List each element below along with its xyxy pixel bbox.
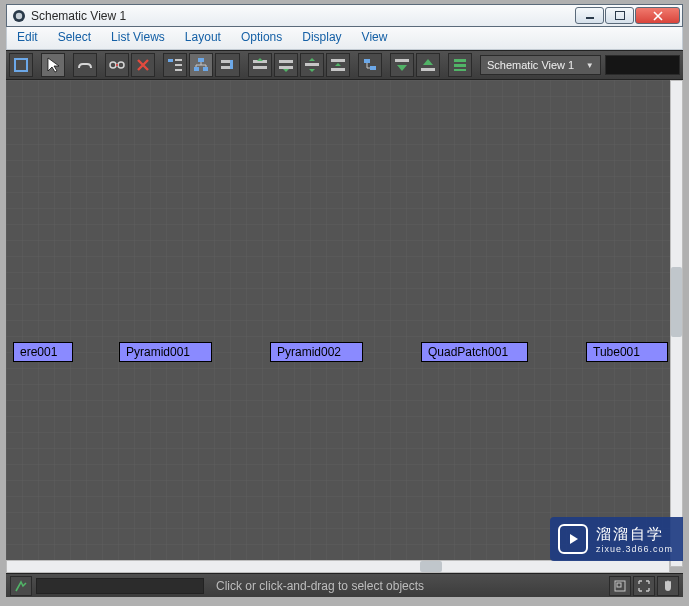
node-label: Tube001 <box>593 345 640 359</box>
hierarchy-mode-button[interactable] <box>189 53 213 77</box>
chevron-down-icon: ▼ <box>586 61 594 70</box>
node-label: Pyramid001 <box>126 345 190 359</box>
node-label: QuadPatch001 <box>428 345 508 359</box>
menu-layout[interactable]: Layout <box>175 27 231 49</box>
watermark-line1: 溜溜自学 <box>596 525 673 544</box>
menu-select[interactable]: Select <box>48 27 101 49</box>
arrange-selected-button[interactable] <box>274 53 298 77</box>
free-all-button[interactable] <box>300 53 324 77</box>
grid-background <box>6 80 670 567</box>
svg-rect-21 <box>279 66 293 69</box>
select-cursor-button[interactable] <box>41 53 65 77</box>
node-tube001[interactable]: Tube001 <box>586 342 668 362</box>
vertical-scrollbar[interactable] <box>670 80 683 567</box>
svg-rect-24 <box>331 68 345 71</box>
statusbar: Click or click-and-drag to select object… <box>6 573 683 597</box>
node-pyramid002[interactable]: Pyramid002 <box>270 342 363 362</box>
menu-display[interactable]: Display <box>292 27 351 49</box>
app-icon <box>11 8 27 24</box>
svg-rect-13 <box>194 67 199 71</box>
menubar: Edit Select List Views Layout Options Di… <box>6 27 683 50</box>
svg-point-5 <box>110 62 116 68</box>
watermark-line2: zixue.3d66.com <box>596 544 673 554</box>
svg-point-1 <box>16 12 22 18</box>
svg-rect-23 <box>331 59 345 62</box>
svg-rect-10 <box>175 64 182 66</box>
references-mode-button[interactable] <box>215 53 239 77</box>
hierarchy-left-button[interactable] <box>163 53 187 77</box>
svg-rect-22 <box>305 63 319 66</box>
toolbar: Schematic View 1 ▼ <box>6 50 683 80</box>
svg-rect-3 <box>615 12 624 20</box>
node-label: Pyramid002 <box>277 345 341 359</box>
svg-rect-12 <box>198 58 204 62</box>
schematic-view-selector-value: Schematic View 1 <box>487 59 574 71</box>
close-button[interactable] <box>635 7 680 24</box>
node-quadpatch001[interactable]: QuadPatch001 <box>421 342 528 362</box>
play-icon <box>558 524 588 554</box>
svg-rect-18 <box>253 66 267 69</box>
window-title: Schematic View 1 <box>31 9 575 23</box>
display-floater-button[interactable] <box>9 53 33 77</box>
connect-button[interactable] <box>73 53 97 77</box>
delete-button[interactable] <box>131 53 155 77</box>
zoom-extents-button[interactable] <box>633 576 655 596</box>
svg-rect-8 <box>168 59 173 62</box>
menu-view[interactable]: View <box>352 27 398 49</box>
svg-point-6 <box>118 62 124 68</box>
node-pyramid001[interactable]: Pyramid001 <box>119 342 212 362</box>
svg-rect-9 <box>175 59 182 61</box>
svg-rect-20 <box>279 60 293 63</box>
node-sphere001[interactable]: ere001 <box>13 342 73 362</box>
svg-rect-25 <box>364 59 370 63</box>
schematic-view-selector[interactable]: Schematic View 1 ▼ <box>480 55 601 75</box>
schematic-viewport[interactable]: ere001 Pyramid001 Pyramid002 QuadPatch00… <box>6 80 670 567</box>
vertical-scrollbar-thumb[interactable] <box>671 267 682 337</box>
watermark: 溜溜自学 zixue.3d66.com <box>550 517 683 561</box>
svg-rect-11 <box>175 69 182 71</box>
svg-rect-2 <box>586 17 594 19</box>
svg-rect-29 <box>454 59 466 62</box>
svg-rect-35 <box>617 583 621 587</box>
expand-button[interactable] <box>390 53 414 77</box>
node-label: ere001 <box>20 345 57 359</box>
svg-rect-30 <box>454 64 466 67</box>
svg-rect-33 <box>6 80 670 567</box>
shrink-button[interactable] <box>326 53 350 77</box>
pan-button[interactable] <box>657 576 679 596</box>
menu-list-views[interactable]: List Views <box>101 27 175 49</box>
zoom-region-button[interactable] <box>609 576 631 596</box>
horizontal-scrollbar[interactable] <box>6 560 670 573</box>
statusbar-message: Click or click-and-drag to select object… <box>216 579 424 593</box>
preferences-button[interactable] <box>448 53 472 77</box>
maximize-button[interactable] <box>605 7 634 24</box>
menu-edit[interactable]: Edit <box>7 27 48 49</box>
unlink-button[interactable] <box>105 53 129 77</box>
svg-rect-4 <box>15 59 27 71</box>
move-children-button[interactable] <box>358 53 382 77</box>
minimize-button[interactable] <box>575 7 604 24</box>
menu-options[interactable]: Options <box>231 27 292 49</box>
toolbar-search-input[interactable] <box>605 55 681 75</box>
statusbar-progress <box>36 578 204 594</box>
horizontal-scrollbar-thumb[interactable] <box>420 561 442 572</box>
svg-rect-17 <box>230 60 233 69</box>
svg-rect-28 <box>421 68 435 71</box>
svg-rect-26 <box>370 66 376 70</box>
svg-rect-31 <box>454 69 466 71</box>
titlebar: Schematic View 1 <box>6 4 683 27</box>
statusbar-prompt-button[interactable] <box>10 576 32 596</box>
svg-rect-27 <box>395 59 409 62</box>
arrange-children-button[interactable] <box>248 53 272 77</box>
svg-rect-14 <box>203 67 208 71</box>
collapse-button[interactable] <box>416 53 440 77</box>
